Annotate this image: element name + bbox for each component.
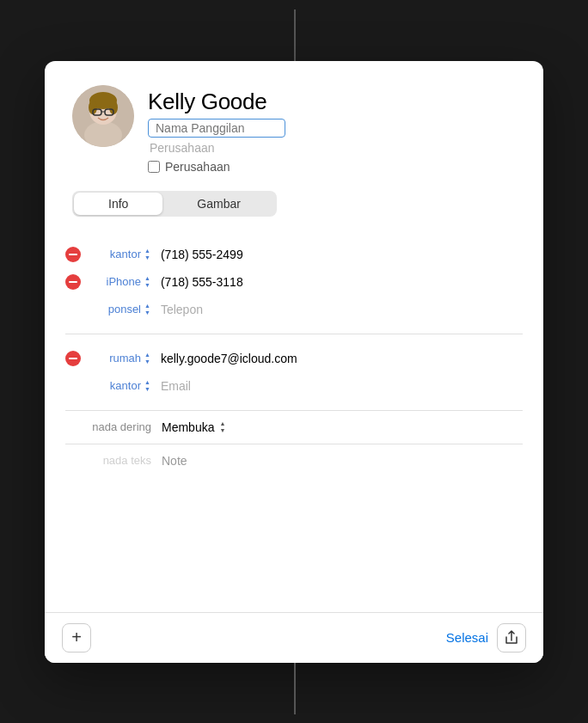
section-divider-2 [65,410,523,411]
tab-bar: Info Gambar [72,191,277,217]
add-button[interactable]: + [62,623,91,653]
ringtone-label: nada dering [65,420,151,433]
remove-iphone-phone-button[interactable] [65,274,81,290]
partial-value: Note [162,454,187,468]
section-divider-1 [65,334,523,334]
iphone-phone-value[interactable]: (718) 555-3118 [161,275,523,289]
rumah-email-label[interactable]: rumah [89,352,141,365]
contact-info: Kelly Goode Perusahaan Perusahaan [148,85,285,174]
ponsel-phone-value[interactable]: Telepon [161,303,523,316]
tabs-container: Info Gambar [72,191,277,217]
company-placeholder: Perusahaan [148,141,285,155]
ponsel-phone-label[interactable]: ponsel [89,303,141,316]
ringtone-row: nada dering Membuka ▲▼ [58,414,530,440]
kantor-phone-stepper[interactable]: ▲▼ [144,248,150,260]
phone-row-iphone: iPhone ▲▼ (718) 555-3118 [58,268,530,296]
header-section: Kelly Goode Perusahaan Perusahaan Info G… [45,61,543,234]
fields-section: kantor ▲▼ (718) 555-2499 iPhone ▲▼ (718)… [45,234,543,612]
iphone-phone-label[interactable]: iPhone [89,275,141,288]
ringtone-stepper[interactable]: ▲▼ [219,420,225,433]
iphone-phone-stepper[interactable]: ▲▼ [144,275,150,288]
phone-row-ponsel: ponsel ▲▼ Telepon [58,296,530,323]
partial-row: nada teks Note [58,448,530,474]
remove-rumah-email-button[interactable] [65,351,81,366]
tab-info[interactable]: Info [74,193,162,215]
remove-kantor-phone-button[interactable] [65,247,81,262]
email-row-rumah: rumah ▲▼ kelly.goode7@icloud.com [58,345,530,372]
company-checkbox-label: Perusahaan [165,160,230,174]
contact-header: Kelly Goode Perusahaan Perusahaan [72,85,285,174]
email-group: rumah ▲▼ kelly.goode7@icloud.com kantor … [58,338,530,407]
kantor-phone-value[interactable]: (718) 555-2499 [161,248,523,261]
ringtone-value[interactable]: Membuka ▲▼ [162,420,225,434]
done-button[interactable]: Selesai [446,630,488,645]
ponsel-phone-stepper[interactable]: ▲▼ [144,303,150,316]
email-row-kantor: kantor ▲▼ Email [58,372,530,400]
phone-group: kantor ▲▼ (718) 555-2499 iPhone ▲▼ (718)… [58,234,530,330]
tab-gambar[interactable]: Gambar [162,193,275,215]
partial-label: nada teks [65,454,151,467]
company-checkbox[interactable] [148,161,160,173]
kantor-email-stepper[interactable]: ▲▼ [144,379,150,392]
contact-window: Kelly Goode Perusahaan Perusahaan Info G… [45,61,543,663]
footer: + Selesai [45,612,543,663]
kantor-phone-label[interactable]: kantor [89,248,141,260]
footer-right: Selesai [446,623,526,653]
share-button[interactable] [497,623,526,653]
phone-row-kantor: kantor ▲▼ (718) 555-2499 [58,241,530,268]
contact-name: Kelly Goode [148,89,285,115]
company-checkbox-row: Perusahaan [148,160,285,174]
rumah-email-stepper[interactable]: ▲▼ [144,352,150,365]
nickname-field[interactable] [148,119,285,138]
kantor-email-label[interactable]: kantor [89,379,141,392]
avatar[interactable] [72,85,134,147]
section-divider-3 [65,444,523,444]
share-icon [504,630,519,646]
rumah-email-value[interactable]: kelly.goode7@icloud.com [161,352,523,365]
kantor-email-value[interactable]: Email [161,379,523,393]
